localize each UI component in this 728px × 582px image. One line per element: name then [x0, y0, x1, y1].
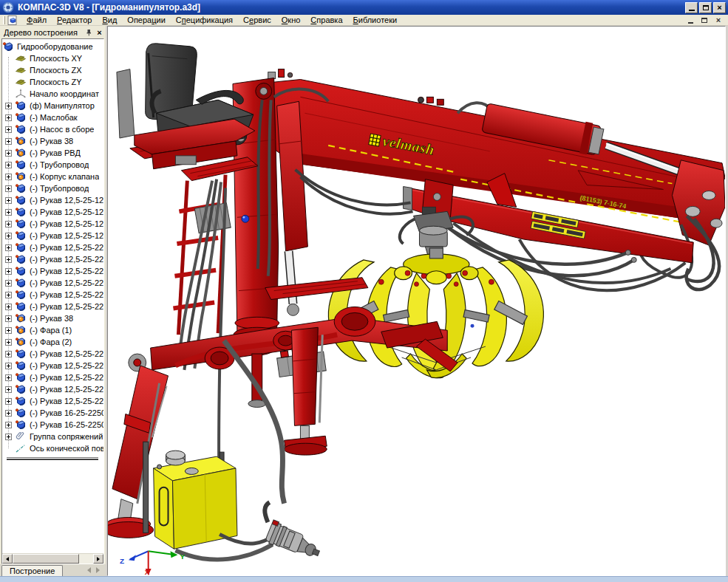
expand-plus-icon[interactable] — [5, 315, 12, 322]
toolbar-grip[interactable] — [3, 16, 5, 24]
expand-plus-icon[interactable] — [5, 398, 12, 405]
tree-item[interactable]: (-) Рукав 12,5-25-2250(9 — [5, 348, 103, 360]
scroll-left-button[interactable] — [2, 554, 13, 564]
tree-item[interactable]: (-) Рукав 12,5-25-2250(9 — [5, 289, 103, 301]
tree-item[interactable]: (-) Рукав 12,5-25-1250 — [5, 218, 103, 230]
tree-item[interactable]: Ось конической поверх — [5, 442, 103, 454]
expand-plus-icon[interactable] — [5, 256, 12, 263]
scrollbar-thumb[interactable] — [13, 554, 79, 564]
assembly-icon — [15, 100, 27, 111]
tree-item[interactable]: (-) Рукав 12,5-25-2250(9 — [5, 265, 103, 277]
tree-item[interactable]: (-) Рукав 12,5-25-2250(9 — [5, 242, 103, 253]
tree-item[interactable]: Плоскость ZY — [5, 76, 103, 88]
triad-z-label: Z — [120, 557, 124, 565]
menu-item-3[interactable]: Операции — [122, 15, 170, 26]
tree-horizontal-scrollbar[interactable] — [2, 553, 103, 564]
expand-plus-icon[interactable] — [5, 209, 12, 216]
restore-button[interactable] — [699, 2, 712, 13]
mdi-restore-button[interactable] — [699, 16, 710, 24]
expand-plus-icon[interactable] — [5, 410, 12, 417]
expand-plus-icon[interactable] — [5, 327, 12, 334]
tree-item[interactable]: (-) Рукав 12,5-25-2250(9 — [5, 360, 103, 372]
close-button[interactable]: × — [713, 2, 726, 13]
menu-item-5[interactable]: Сервис — [238, 15, 276, 26]
tab-scroll-right-icon[interactable] — [96, 567, 100, 573]
menu-item-1[interactable]: Редактор — [52, 15, 97, 26]
expand-plus-icon[interactable] — [5, 292, 12, 298]
tree-item[interactable]: (-) Рукав 12,5-25-2250(9 — [5, 301, 103, 312]
expand-plus-icon[interactable] — [5, 138, 12, 145]
tree-item[interactable]: (-) Рукав 12,5-25-1250 — [5, 194, 103, 206]
expand-plus-icon[interactable] — [5, 126, 12, 133]
menu-item-7[interactable]: Справка — [305, 15, 347, 26]
hydraulic-pump — [254, 501, 330, 562]
expand-plus-icon[interactable] — [5, 197, 12, 204]
document-icon[interactable] — [7, 16, 18, 25]
expand-plus-icon[interactable] — [5, 221, 12, 227]
tree-item[interactable]: (-) Рукав 12,5-25-2250(9 — [5, 383, 103, 395]
tree-item[interactable]: (-) Насос в сборе — [5, 123, 103, 135]
tab-scroll-left-icon[interactable] — [87, 567, 91, 573]
minimize-button[interactable] — [685, 2, 698, 13]
expand-plus-icon[interactable] — [5, 268, 12, 275]
pin-icon[interactable] — [84, 27, 93, 37]
tree-item[interactable]: (-) Трубопровод — [5, 159, 103, 171]
assembly-icon — [15, 230, 27, 241]
expand-plus-icon[interactable] — [5, 244, 12, 251]
menu-item-0[interactable]: Файл — [21, 15, 52, 26]
tree-item[interactable]: (-) Рукав 12,5-25-1250 — [5, 206, 103, 218]
tree-item[interactable]: Плоскость ZX — [5, 64, 103, 76]
tree-item[interactable]: (-) Рукав 38 — [5, 135, 103, 147]
assembly-icon — [15, 112, 27, 123]
tree-item[interactable]: (-) Рукав 12,5-25-2250(9 — [5, 372, 103, 383]
expand-plus-icon[interactable] — [5, 150, 12, 157]
mdi-close-button[interactable]: × — [713, 16, 724, 24]
tree-item[interactable]: (ф) Манипулятор — [5, 100, 103, 112]
expand-plus-icon[interactable] — [5, 386, 12, 393]
tree-item[interactable]: (-) Фара (1) — [5, 324, 103, 336]
menu-item-2[interactable]: Вид — [97, 15, 122, 26]
expand-plus-icon[interactable] — [5, 374, 12, 381]
expand-plus-icon[interactable] — [5, 339, 12, 346]
tree-item[interactable]: (-) Рукав РВД — [5, 147, 103, 159]
expand-plus-icon[interactable] — [5, 434, 12, 440]
tree-item[interactable]: (-) Рукав 16-25-2250(90) — [5, 419, 103, 431]
scroll-right-button[interactable] — [93, 554, 103, 564]
tree-item[interactable]: (-) Рукав 12,5-25-2250(9 — [5, 277, 103, 289]
close-panel-icon[interactable]: × — [95, 27, 104, 37]
assembly-icon — [15, 408, 27, 418]
tree-item[interactable]: (-) Рукав 12,5-25-2250(9 — [5, 395, 103, 407]
expand-plus-icon[interactable] — [5, 162, 12, 168]
tab-postroenie[interactable]: Построение — [1, 565, 63, 576]
tree-item[interactable]: (-) Трубопровод — [5, 182, 103, 194]
expand-plus-icon[interactable] — [5, 185, 12, 192]
tree-item[interactable]: Плоскость XY — [5, 52, 103, 64]
tree-item[interactable]: (-) Фара (2) — [5, 336, 103, 348]
tree-item-label: (-) Рукав 12,5-25-2250(9 — [30, 255, 103, 264]
tree-item[interactable]: Группа сопряжений — [5, 431, 103, 442]
menu-item-6[interactable]: Окно — [276, 15, 306, 26]
assembly-icon — [15, 254, 27, 264]
expand-plus-icon[interactable] — [5, 233, 12, 239]
expand-plus-icon[interactable] — [5, 351, 12, 357]
tree-item[interactable]: Гидрооборудование — [2, 41, 103, 52]
tree-item[interactable]: (-) Рукав 38 — [5, 312, 103, 324]
expand-plus-icon[interactable] — [5, 363, 12, 369]
tree-item[interactable]: (-) Маслобак — [5, 112, 103, 123]
expand-plus-icon[interactable] — [5, 304, 12, 310]
menu-item-8[interactable]: Библиотеки — [348, 15, 403, 26]
tree-item[interactable]: Начало координат — [5, 88, 103, 100]
expand-plus-icon[interactable] — [5, 103, 12, 109]
expand-plus-icon[interactable] — [5, 422, 12, 428]
title-bar[interactable]: КОМПАС-3D V8 - [Гидроманипулятор.a3d] × — [0, 0, 728, 15]
expand-plus-icon[interactable] — [5, 114, 12, 121]
menu-item-4[interactable]: Спецификация — [171, 15, 238, 26]
expand-plus-icon[interactable] — [5, 174, 12, 180]
tree-item[interactable]: (-) Рукав 12,5-25-2250(9 — [5, 253, 103, 265]
expand-plus-icon[interactable] — [5, 280, 12, 287]
tree-item[interactable]: (-) Корпус клапана — [5, 171, 103, 182]
mdi-minimize-button[interactable] — [685, 16, 695, 24]
3d-viewport[interactable]: velmash (81153) 7-16-74 — [107, 26, 726, 576]
tree-item[interactable]: (-) Рукав 12,5-25-1250 — [5, 230, 103, 242]
tree-item[interactable]: (-) Рукав 16-25-2250(90) — [5, 407, 103, 419]
